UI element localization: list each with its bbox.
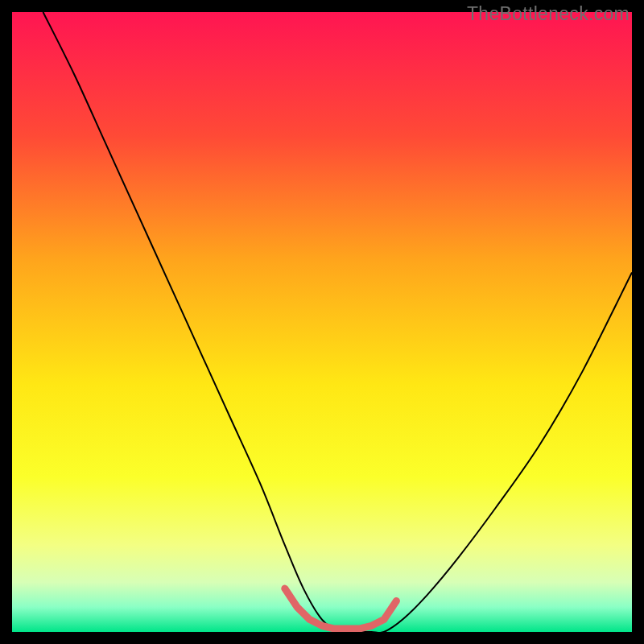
bottleneck-chart — [12, 12, 632, 632]
chart-frame: TheBottleneck.com — [0, 0, 644, 644]
watermark-text: TheBottleneck.com — [467, 3, 630, 25]
gradient-background — [12, 12, 632, 632]
plot-area — [12, 12, 632, 632]
